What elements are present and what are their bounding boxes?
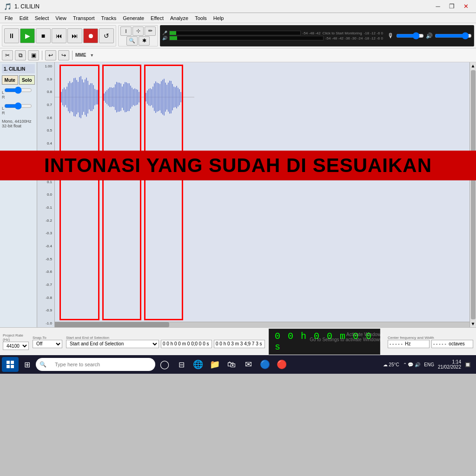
menu-select[interactable]: Select [32, 14, 52, 22]
svg-rect-28 [96, 90, 97, 104]
chrome-icon[interactable]: 🔵 [258, 357, 272, 372]
titlebar-controls: ─ ❐ ✕ [431, 2, 472, 11]
cut-tool[interactable]: ✂ [2, 50, 13, 60]
project-rate-label: Project Rate (Hz) [3, 333, 29, 342]
mute-solo-controls: Mute Solo [2, 75, 35, 85]
pause-button[interactable]: ⏸ [4, 28, 19, 43]
menu-tracks[interactable]: Tracks [99, 14, 119, 22]
solo-button[interactable]: Solo [19, 75, 35, 85]
redo-tool[interactable]: ↪ [58, 50, 69, 60]
taskview-button[interactable]: ⊞ [20, 357, 34, 372]
store-icon[interactable]: 🛍 [224, 357, 239, 372]
snap-to-select[interactable]: Off Nearest Prior [33, 340, 62, 348]
svg-rect-54 [134, 88, 135, 106]
menu-analyze[interactable]: Analyze [167, 14, 191, 22]
svg-rect-4 [62, 89, 63, 106]
menu-effect[interactable]: Effect [148, 14, 166, 22]
stop-button[interactable]: ■ [36, 28, 51, 43]
svg-rect-35 [108, 89, 109, 106]
output-volume-slider[interactable] [435, 32, 472, 40]
mail-icon[interactable]: ✉ [241, 357, 256, 372]
pan-slider[interactable] [4, 102, 32, 110]
trim-tool[interactable]: ▣ [28, 50, 39, 60]
svg-rect-36 [109, 87, 110, 107]
cortana-button[interactable]: ◯ [157, 357, 172, 372]
start-button[interactable] [2, 357, 19, 372]
search-input[interactable] [49, 358, 152, 371]
scroll-thumb[interactable] [471, 70, 476, 319]
svg-rect-58 [140, 93, 141, 101]
vertical-scrollbar[interactable]: ▲ ▼ [469, 62, 476, 327]
y-label-n0.2: -0.2 [38, 218, 53, 223]
app-icon: 🎵 [4, 3, 12, 10]
explorer-icon[interactable]: 📁 [207, 357, 222, 372]
svg-rect-79 [172, 84, 173, 111]
close-button[interactable]: ✕ [459, 2, 472, 11]
scroll-up[interactable]: ▲ [471, 63, 476, 68]
svg-rect-59 [144, 95, 145, 99]
system-tray[interactable]: ⌃ 💬 🔊 [403, 362, 421, 367]
banner-overlay: INTONASI YANG SUDAH DI SESUAIKAN [0, 151, 476, 180]
menu-help[interactable]: Help [211, 14, 227, 22]
notification-icon[interactable]: 🔲 [465, 362, 470, 367]
menu-view[interactable]: View [53, 14, 69, 22]
selection-tool[interactable]: ⊹ [132, 26, 144, 36]
mute-button[interactable]: Mute [2, 75, 18, 85]
waveform-container[interactable]: 1.00 0.9 0.8 0.7 0.6 0.5 0.4 0.3 0.2 0.1… [37, 62, 469, 327]
sel-end-input[interactable] [214, 340, 265, 348]
gain-slider[interactable] [4, 86, 32, 94]
menu-tools[interactable]: Tools [192, 14, 210, 22]
skip-forward-button[interactable]: ⏭ [67, 28, 82, 43]
taskbar-clock[interactable]: 1:14 21/02/2022 [438, 359, 461, 370]
play-button[interactable]: ▶ [20, 28, 35, 43]
skip-back-button[interactable]: ⏮ [52, 28, 66, 43]
svg-rect-6 [65, 89, 66, 105]
project-rate-select[interactable]: 44100 48000 96000 [3, 342, 29, 350]
svg-rect-31 [102, 95, 103, 99]
svg-rect-69 [158, 83, 159, 111]
clock-date: 21/02/2022 [438, 364, 461, 370]
menu-edit[interactable]: Edit [17, 14, 31, 22]
menu-file[interactable]: File [2, 14, 16, 22]
copy-tool[interactable]: ⧉ [15, 50, 26, 60]
time-display: 0 0 h 0 0 m 0 0 s [269, 329, 380, 355]
scroll-down[interactable]: ▼ [471, 321, 476, 326]
svg-rect-66 [154, 83, 155, 111]
maximize-button[interactable]: ❐ [445, 2, 458, 11]
y-label-0.9: 0.9 [38, 77, 53, 81]
input-volume-slider[interactable] [396, 32, 424, 40]
svg-rect-53 [133, 89, 134, 105]
svg-rect-48 [126, 82, 127, 112]
banner-text: INTONASI YANG SUDAH DI SESUAIKAN [44, 154, 432, 176]
edge-icon[interactable]: 🌐 [191, 357, 205, 372]
minimize-button[interactable]: ─ [431, 2, 444, 11]
menu-transport[interactable]: Transport [70, 14, 98, 22]
svg-rect-24 [90, 83, 91, 111]
y-label-n0.9: -0.9 [38, 308, 53, 312]
app-icon-2[interactable]: 🔴 [274, 357, 289, 372]
cursor-tool[interactable]: I [120, 26, 132, 36]
language-indicator[interactable]: ENG [424, 362, 434, 367]
sel-start-input[interactable] [161, 340, 212, 348]
svg-rect-45 [122, 86, 123, 108]
track-controls: Mute Solo LR LR Mono, 44100Hz32-bit floa… [2, 75, 35, 128]
taskbar: Activate Windows Go to Settings to activ… [0, 355, 476, 374]
toolbar: ⏸ ▶ ■ ⏮ ⏭ ⏺ ↺ I ⊹ ✏ 🔍 ✱ 🎤 -54 -48 -42 Cl… [0, 23, 476, 48]
horizontal-scrollbar[interactable] [37, 322, 469, 327]
menu-generate[interactable]: Generate [120, 14, 147, 22]
freq-input[interactable] [388, 340, 430, 348]
draw-tool[interactable]: ✏ [145, 26, 156, 36]
selection-type-select[interactable]: Start and End of Selection Start and Len… [66, 340, 159, 348]
svg-rect-83 [178, 88, 178, 106]
tool-controls: I ⊹ ✏ 🔍 ✱ [118, 25, 158, 46]
record-button[interactable]: ⏺ [83, 28, 98, 43]
svg-rect-23 [89, 85, 90, 109]
loop-button[interactable]: ↺ [99, 28, 114, 43]
undo-tool[interactable]: ↩ [45, 50, 56, 60]
width-input[interactable] [431, 340, 473, 348]
zoom-tool[interactable]: 🔍 [126, 36, 138, 46]
taskbar-programs[interactable]: ⊟ [174, 357, 189, 372]
y-label-0.7: 0.7 [38, 103, 53, 107]
svg-rect-71 [161, 81, 162, 113]
time-shift-tool[interactable]: ✱ [139, 36, 150, 46]
